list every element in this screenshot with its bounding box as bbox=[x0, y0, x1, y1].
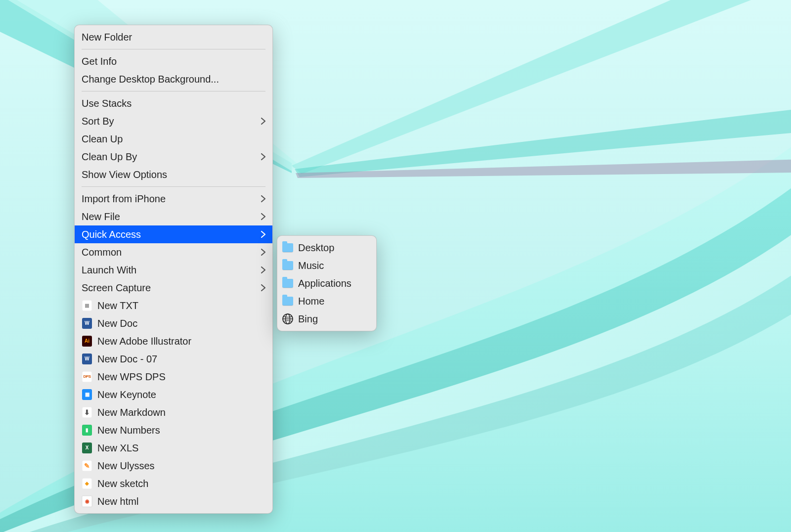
word-file-icon: W bbox=[82, 318, 92, 329]
menu-clean-up[interactable]: Clean Up bbox=[75, 130, 272, 148]
context-menu: New Folder Get Info Change Desktop Backg… bbox=[74, 25, 273, 514]
menu-label: New WPS DPS bbox=[97, 369, 265, 384]
submenu-desktop[interactable]: Desktop bbox=[277, 239, 376, 257]
menu-new-txt[interactable]: ≣ New TXT bbox=[75, 297, 272, 314]
menu-show-view-options[interactable]: Show View Options bbox=[75, 166, 272, 183]
keynote-file-icon: ▦ bbox=[82, 389, 92, 400]
html-file-icon: ◉ bbox=[82, 496, 92, 507]
menu-label: New File bbox=[82, 209, 255, 224]
numbers-file-icon: ▮ bbox=[82, 425, 92, 436]
menu-label: Screen Capture bbox=[82, 280, 255, 295]
chevron-right-icon bbox=[261, 280, 265, 295]
menu-new-doc[interactable]: W New Doc bbox=[75, 314, 272, 332]
menu-label: New sketch bbox=[97, 476, 265, 491]
menu-label: New Ulysses bbox=[97, 458, 265, 473]
menu-new-doc-07[interactable]: W New Doc - 07 bbox=[75, 350, 272, 368]
quick-access-submenu: Desktop Music Applications Home bbox=[277, 235, 377, 331]
menu-new-folder[interactable]: New Folder bbox=[75, 28, 272, 46]
menu-label: Use Stacks bbox=[82, 96, 265, 111]
word-file-icon: W bbox=[82, 354, 92, 364]
menu-label: Show View Options bbox=[82, 167, 265, 182]
menu-label: Change Desktop Background... bbox=[82, 72, 265, 87]
menu-label: New Doc bbox=[97, 316, 265, 331]
menu-label: Sort By bbox=[82, 114, 255, 129]
menu-label: New Folder bbox=[82, 30, 265, 44]
menu-new-wps-dps[interactable]: DPS New WPS DPS bbox=[75, 368, 272, 386]
menu-new-xls[interactable]: X New XLS bbox=[75, 439, 272, 457]
sketch-file-icon: ◆ bbox=[82, 478, 92, 489]
submenu-music[interactable]: Music bbox=[277, 257, 376, 274]
illustrator-file-icon: Ai bbox=[82, 336, 92, 347]
menu-label: New Doc - 07 bbox=[97, 352, 265, 366]
menu-screen-capture[interactable]: Screen Capture bbox=[75, 279, 272, 297]
menu-new-ulysses[interactable]: ✎ New Ulysses bbox=[75, 457, 272, 475]
menu-divider bbox=[82, 91, 265, 91]
chevron-right-icon bbox=[261, 227, 265, 242]
menu-new-html[interactable]: ◉ New html bbox=[75, 492, 272, 510]
markdown-file-icon: ⬇ bbox=[82, 407, 92, 418]
globe-icon bbox=[282, 313, 293, 324]
folder-icon bbox=[282, 260, 293, 271]
submenu-label: Music bbox=[298, 258, 369, 273]
menu-quick-access[interactable]: Quick Access bbox=[75, 225, 272, 243]
menu-label: Quick Access bbox=[82, 227, 255, 242]
chevron-right-icon bbox=[261, 149, 265, 164]
txt-file-icon: ≣ bbox=[82, 300, 92, 311]
menu-label: New Numbers bbox=[97, 423, 265, 438]
menu-label: Clean Up bbox=[82, 132, 265, 146]
menu-common[interactable]: Common bbox=[75, 243, 272, 261]
menu-label: New TXT bbox=[97, 298, 265, 313]
folder-icon bbox=[282, 242, 293, 253]
submenu-applications[interactable]: Applications bbox=[277, 274, 376, 292]
submenu-label: Home bbox=[298, 294, 369, 309]
dps-file-icon: DPS bbox=[82, 371, 92, 382]
menu-label: New html bbox=[97, 494, 265, 509]
menu-label: New Keynote bbox=[97, 387, 265, 402]
submenu-label: Applications bbox=[298, 276, 369, 291]
submenu-label: Bing bbox=[298, 311, 369, 326]
menu-divider bbox=[82, 49, 265, 49]
excel-file-icon: X bbox=[82, 443, 92, 453]
menu-new-adobe-illustrator[interactable]: Ai New Adobe Illustrator bbox=[75, 332, 272, 350]
menu-divider bbox=[82, 186, 265, 187]
menu-label: Import from iPhone bbox=[82, 191, 255, 206]
menu-new-keynote[interactable]: ▦ New Keynote bbox=[75, 386, 272, 403]
chevron-right-icon bbox=[261, 245, 265, 260]
menu-get-info[interactable]: Get Info bbox=[75, 52, 272, 70]
menu-label: Launch With bbox=[82, 263, 255, 277]
menu-label: New Markdown bbox=[97, 405, 265, 420]
chevron-right-icon bbox=[261, 114, 265, 129]
menu-new-file[interactable]: New File bbox=[75, 208, 272, 225]
menu-new-markdown[interactable]: ⬇ New Markdown bbox=[75, 403, 272, 421]
menu-use-stacks[interactable]: Use Stacks bbox=[75, 94, 272, 112]
menu-label: Clean Up By bbox=[82, 149, 255, 164]
submenu-label: Desktop bbox=[298, 240, 369, 255]
menu-change-desktop-background[interactable]: Change Desktop Background... bbox=[75, 70, 272, 88]
chevron-right-icon bbox=[261, 209, 265, 224]
ulysses-file-icon: ✎ bbox=[82, 460, 92, 471]
menu-new-numbers[interactable]: ▮ New Numbers bbox=[75, 421, 272, 439]
menu-label: New XLS bbox=[97, 441, 265, 455]
folder-icon bbox=[282, 278, 293, 289]
desktop[interactable]: New Folder Get Info Change Desktop Backg… bbox=[0, 0, 791, 532]
menu-clean-up-by[interactable]: Clean Up By bbox=[75, 148, 272, 166]
menu-import-from-iphone[interactable]: Import from iPhone bbox=[75, 190, 272, 208]
menu-new-sketch[interactable]: ◆ New sketch bbox=[75, 475, 272, 492]
chevron-right-icon bbox=[261, 263, 265, 277]
menu-label: New Adobe Illustrator bbox=[97, 334, 265, 349]
menu-sort-by[interactable]: Sort By bbox=[75, 112, 272, 130]
chevron-right-icon bbox=[261, 191, 265, 206]
menu-label: Common bbox=[82, 245, 255, 260]
folder-icon bbox=[282, 296, 293, 307]
submenu-home[interactable]: Home bbox=[277, 292, 376, 310]
menu-label: Get Info bbox=[82, 54, 265, 69]
menu-launch-with[interactable]: Launch With bbox=[75, 261, 272, 279]
submenu-bing[interactable]: Bing bbox=[277, 310, 376, 328]
